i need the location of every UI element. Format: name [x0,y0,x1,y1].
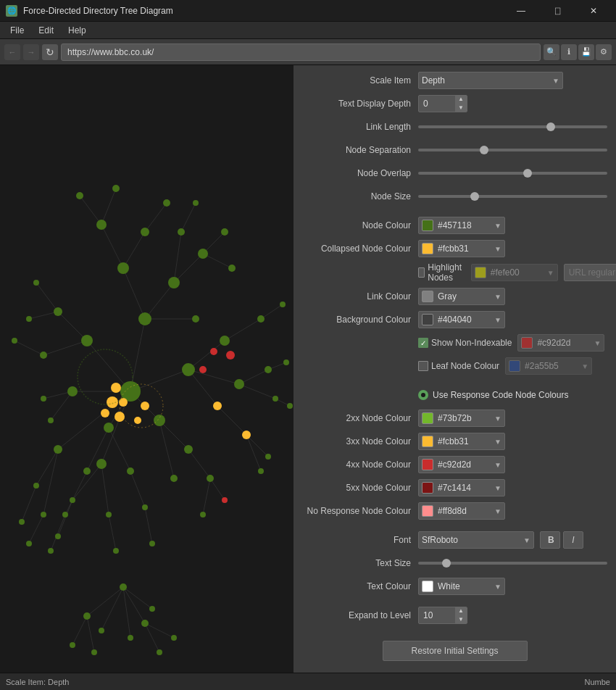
leaf-node-colour-checkbox[interactable] [418,361,428,371]
svg-point-98 [198,249,208,259]
show-non-indexable-checkbox[interactable]: ✓ [418,338,428,348]
node-5xx-dropdown[interactable]: #7c1414 ▼ [418,479,505,496]
node-separation-control [418,149,607,151]
svg-point-132 [107,396,118,408]
leaf-node-colour-dropdown[interactable]: #2a55b5 ▼ [505,357,592,375]
svg-point-104 [33,280,39,286]
background-colour-swatch [422,314,433,325]
highlight-nodes-checkbox-label[interactable]: Highlight Nodes [418,262,465,283]
node-2xx-dropdown[interactable]: #73b72b ▼ [418,410,505,427]
no-response-row: No Response Node Colour #ff8d8d ▼ [302,502,607,520]
node-colour-dropdown[interactable]: #457118 ▼ [418,217,505,234]
svg-rect-0 [0,65,294,673]
back-button[interactable]: ← [4,44,20,60]
highlight-nodes-checkbox[interactable] [418,267,425,278]
spin-up-button[interactable]: ▲ [455,95,467,104]
settings-button[interactable]: ⚙ [596,44,612,60]
no-response-dropdown[interactable]: #ff8d8d ▼ [418,502,505,520]
svg-point-131 [199,366,207,373]
node-overlap-thumb[interactable] [523,169,532,178]
svg-point-125 [113,548,119,554]
leaf-node-colour-checkbox-label[interactable]: Leaf Node Colour [418,361,499,371]
svg-point-95 [48,417,54,423]
menu-file[interactable]: File [3,24,31,37]
node-4xx-label: 4xx Node Colour [302,460,418,470]
svg-point-137 [141,402,149,410]
spin-down-button[interactable]: ▼ [455,104,467,112]
highlight-colour-dropdown[interactable]: #fefe00 ▼ [471,264,558,281]
leaf-node-colour-swatch [509,360,520,372]
minimize-button[interactable]: — [504,0,538,22]
restore-row: Restore Initial Settings [302,641,607,661]
svg-point-102 [272,396,278,402]
text-display-depth-spinner[interactable]: ▲ ▼ [418,95,467,112]
collapsed-node-colour-dropdown[interactable]: #fcbb31 ▼ [418,240,505,257]
no-response-control: #ff8d8d ▼ [418,502,607,520]
background-colour-dropdown[interactable]: #404040 ▼ [418,311,505,328]
expand-spin-up-button[interactable]: ▲ [455,607,467,615]
show-non-indexable-checkbox-label[interactable]: ✓ Show Non-Indexable [418,338,512,348]
text-display-depth-input[interactable] [419,99,455,109]
graph-canvas [0,65,294,673]
node-size-slider[interactable] [418,195,607,198]
close-button[interactable]: ✕ [577,0,610,22]
font-dropdown[interactable]: SfRoboto ▼ [418,531,534,549]
text-size-slider[interactable] [418,562,607,565]
svg-point-110 [76,192,83,199]
node-5xx-swatch [422,482,433,494]
show-non-indexable-dropdown[interactable]: #c92d2d ▼ [517,334,604,352]
window-controls: — ⎕ ✕ [504,0,610,22]
refresh-button[interactable]: ↻ [42,44,58,60]
url-input[interactable] [61,43,541,61]
svg-point-76 [96,459,107,469]
text-colour-row: Text Colour White ▼ [302,577,607,596]
status-right: Numbe [585,678,610,686]
svg-point-148 [171,635,177,641]
link-length-thumb[interactable] [546,122,555,131]
node-separation-thumb[interactable] [480,146,488,154]
text-colour-dropdown[interactable]: White ▼ [418,578,505,595]
expand-to-level-spinner[interactable]: ▲ ▼ [418,607,467,624]
expand-spin-down-button[interactable]: ▼ [455,615,467,624]
link-length-slider[interactable] [418,125,607,128]
save-button[interactable]: 💾 [578,44,594,60]
info-button[interactable]: ℹ [561,44,577,60]
node-colour-control: #457118 ▼ [418,217,607,234]
link-length-label: Link Length [302,122,418,132]
expand-to-level-input[interactable] [419,610,455,620]
node-4xx-dropdown[interactable]: #c92d2d ▼ [418,456,505,473]
svg-point-88 [184,445,193,454]
node-3xx-dropdown[interactable]: #fcbb31 ▼ [418,433,505,450]
svg-point-126 [55,533,61,539]
background-colour-label: Background Colour [302,315,418,325]
svg-point-92 [33,483,39,489]
url-regex-input[interactable] [564,264,616,281]
menu-edit[interactable]: Edit [31,24,61,37]
italic-button[interactable]: I [563,531,583,549]
spinner-buttons: ▲ ▼ [455,95,467,112]
node-5xx-control: #7c1414 ▼ [418,479,607,496]
forward-button[interactable]: → [23,44,39,60]
svg-point-130 [210,348,217,355]
node-separation-slider[interactable] [418,149,607,151]
node-size-thumb[interactable] [470,192,479,201]
response-code-radio-wrap[interactable]: Use Response Code Node Colours [418,390,568,400]
restore-button[interactable]: Restore Initial Settings [383,641,528,661]
scale-item-dropdown[interactable]: Depth ▼ [418,72,563,89]
text-size-thumb[interactable] [442,559,451,568]
maximize-button[interactable]: ⎕ [541,0,574,22]
menu-help[interactable]: Help [61,24,93,37]
response-code-radio[interactable] [418,390,428,400]
bold-button[interactable]: B [540,531,560,549]
node-separation-label: Node Separation [302,145,418,155]
svg-point-90 [70,497,75,503]
search-button[interactable]: 🔍 [544,44,559,60]
response-code-label: Use Response Code Node Colours [433,390,568,400]
chevron-down-icon: ▼ [494,245,501,253]
node-overlap-slider[interactable] [418,172,607,175]
svg-point-143 [141,620,149,627]
link-length-control [418,125,607,128]
svg-point-80 [192,315,199,323]
background-colour-row: Background Colour #404040 ▼ [302,310,607,329]
link-colour-dropdown[interactable]: Gray ▼ [418,288,505,305]
